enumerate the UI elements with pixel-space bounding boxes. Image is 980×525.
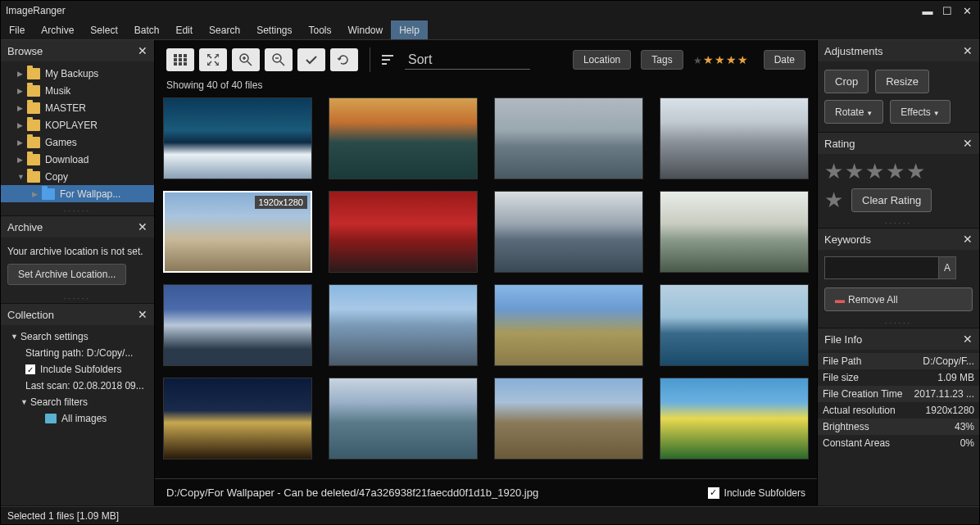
folder-row[interactable]: ▶My Backups [1,65,154,82]
chevron-right-icon[interactable]: ▶ [17,87,27,95]
search-filters-row[interactable]: ▼Search filters [1,394,154,410]
date-button[interactable]: Date [764,50,805,70]
thumbnail[interactable] [329,378,478,459]
tags-button[interactable]: Tags [641,50,683,70]
menubar: FileArchiveSelectBatchEditSearchSettings… [1,20,979,40]
folder-icon [27,171,40,183]
menu-file[interactable]: File [1,20,33,39]
effects-button[interactable]: Effects▼ [890,100,950,124]
close-icon[interactable]: ✕ [963,333,973,346]
folder-icon [27,154,40,165]
thumbnail[interactable] [163,97,312,179]
chevron-down-icon: ▼ [866,110,873,117]
fullscreen-icon[interactable] [199,48,227,71]
menu-search[interactable]: Search [201,20,248,39]
thumbnail[interactable] [660,191,809,273]
search-settings-row[interactable]: ▼Search settings [1,328,154,345]
menu-batch[interactable]: Batch [126,20,168,39]
sort-label[interactable]: Sort [405,51,530,70]
maximize-icon[interactable]: ☐ [940,3,955,18]
resize-button[interactable]: Resize [875,70,929,93]
thumbnail[interactable] [660,97,809,179]
svg-line-14 [280,61,284,66]
chevron-right-icon[interactable]: ▶ [17,121,27,129]
menu-select[interactable]: Select [82,20,125,39]
thumbnail[interactable]: 1920x1280 [163,191,312,273]
thumbnail[interactable] [660,378,809,459]
keyword-input[interactable] [824,256,939,279]
chevron-down-icon[interactable]: ▼ [17,173,27,181]
zoom-in-icon[interactable] [232,48,260,71]
folder-icon [27,137,40,148]
refresh-icon[interactable] [330,48,358,71]
starting-path-row[interactable]: Starting path: D:/Copy/... [1,345,154,361]
resize-handle[interactable]: ······ [818,218,979,228]
menu-tools[interactable]: Tools [300,20,339,39]
set-archive-button[interactable]: Set Archive Location... [7,264,126,285]
svg-rect-5 [184,58,187,61]
thumbnail[interactable] [494,378,643,459]
clear-rating-button[interactable]: Clear Rating [851,188,932,212]
sort-icon[interactable] [382,55,393,65]
menu-window[interactable]: Window [340,20,392,39]
menu-help[interactable]: Help [391,20,428,39]
all-images-row[interactable]: All images [1,410,154,427]
menu-archive[interactable]: Archive [33,20,82,39]
info-key: File size [823,372,937,383]
folder-row[interactable]: ▶Games [1,134,154,151]
grid-view-icon[interactable] [166,48,194,71]
rotate-button[interactable]: Rotate▼ [824,100,883,124]
close-icon[interactable]: ✕ [963,44,973,57]
thumbnail[interactable] [494,191,643,273]
chevron-right-icon[interactable]: ▶ [17,70,27,78]
thumbnail[interactable] [660,284,809,366]
resize-handle[interactable]: ······ [818,318,979,328]
svg-rect-3 [174,58,177,61]
close-icon[interactable]: ✕ [138,308,147,321]
rating-stars[interactable]: ★★★★★ [824,159,973,184]
close-icon[interactable]: ✕ [963,233,973,246]
thumbnail[interactable] [329,191,478,273]
checkbox-icon[interactable]: ✓ [25,364,35,374]
thumbnail[interactable] [329,284,478,366]
close-icon[interactable]: ✕ [960,3,974,18]
close-icon[interactable]: ✕ [138,44,147,57]
check-icon[interactable] [297,48,325,71]
location-button[interactable]: Location [573,50,631,70]
zoom-out-icon[interactable] [265,48,293,71]
thumbnail[interactable] [163,284,312,366]
chevron-right-icon[interactable]: ▶ [17,156,27,164]
status-text: Selected 1 files [1.09 MB] [7,510,119,522]
folder-row[interactable]: ▶Download [1,151,154,168]
close-icon[interactable]: ✕ [138,220,147,233]
folder-label: My Backups [45,68,98,79]
folder-row[interactable]: ▶For Wallpap... [1,185,154,202]
minimize-icon[interactable]: ▬ [920,3,935,18]
thumbnail[interactable] [494,97,643,179]
rating-filter[interactable]: ★★★★★ [693,53,749,66]
thumbnail[interactable] [329,97,478,179]
thumbnail[interactable] [494,284,643,366]
folder-row[interactable]: ▼Copy [1,168,154,185]
menu-settings[interactable]: Settings [248,20,300,39]
thumbnail[interactable] [163,378,312,459]
include-subfolders-row[interactable]: ✓Include Subfolders [1,361,154,378]
resize-handle[interactable]: ······ [1,206,154,215]
checkbox-icon[interactable]: ✓ [708,487,719,499]
resize-handle[interactable]: ······ [1,293,154,303]
chevron-right-icon[interactable]: ▶ [32,190,42,198]
folder-row[interactable]: ▶Musik [1,82,154,99]
menu-edit[interactable]: Edit [167,20,201,39]
chevron-right-icon[interactable]: ▶ [17,104,27,112]
crop-button[interactable]: Crop [824,70,869,93]
close-icon[interactable]: ✕ [963,137,973,150]
archive-message: Your archive location is not set. [7,246,147,257]
chevron-right-icon[interactable]: ▶ [17,138,27,147]
svg-rect-0 [174,54,177,57]
folder-row[interactable]: ▶KOPLAYER [1,116,154,134]
add-keyword-button[interactable]: A [938,256,956,279]
star-icon[interactable]: ★ [824,188,845,213]
svg-rect-6 [174,62,177,66]
remove-all-button[interactable]: ▬Remove All [824,287,973,311]
folder-row[interactable]: ▶MASTER [1,99,154,116]
